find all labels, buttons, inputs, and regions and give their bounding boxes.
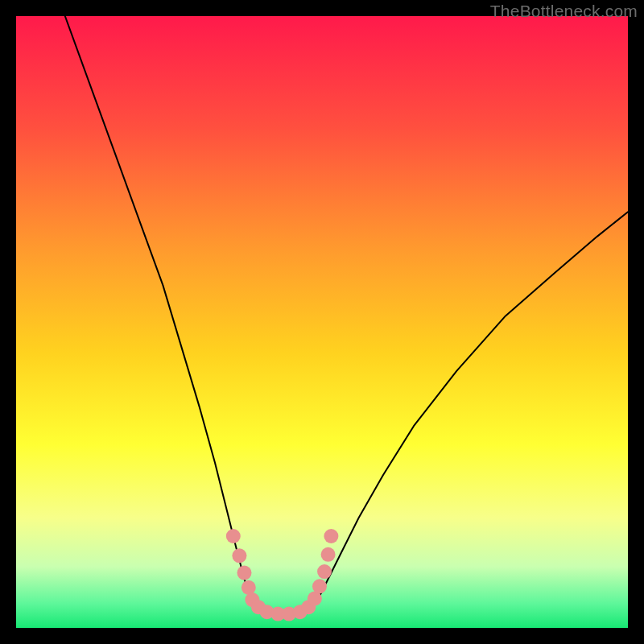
chart-frame (16, 16, 628, 628)
marker-marker-band-right (312, 579, 327, 593)
watermark-text: TheBottleneck.com (490, 2, 638, 21)
marker-marker-band-left (242, 580, 256, 595)
chart-background (16, 16, 628, 628)
marker-marker-band-right (321, 547, 336, 562)
marker-marker-band-right (317, 564, 332, 579)
marker-marker-band-right (324, 529, 338, 543)
chart-svg (16, 16, 628, 628)
marker-marker-band-left (232, 548, 246, 563)
marker-marker-band-left (237, 566, 251, 580)
marker-marker-band-left (226, 529, 241, 543)
